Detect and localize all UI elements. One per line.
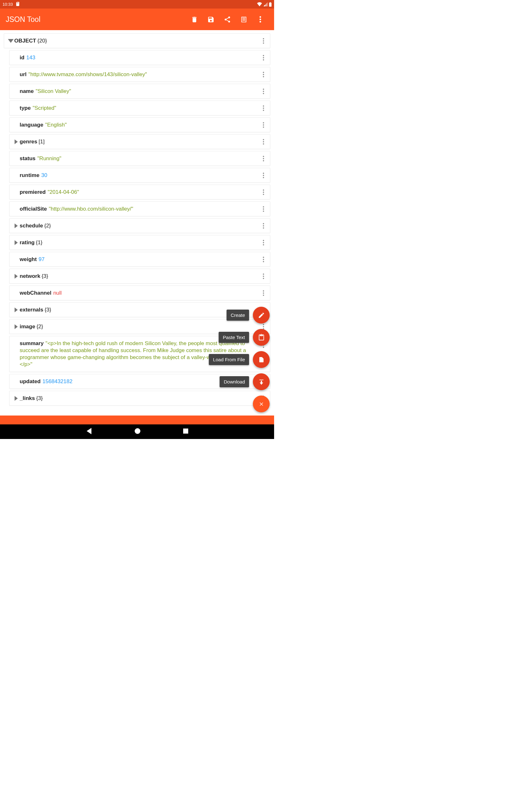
chevron-right-icon: [13, 223, 20, 229]
property-value: "http://www.tvmaze.com/shows/143/silicon…: [29, 71, 147, 78]
share-button[interactable]: [219, 11, 235, 28]
property-key: image: [20, 323, 35, 330]
property-row[interactable]: language"English": [9, 117, 270, 132]
android-nav-bar: [0, 424, 274, 439]
nav-recent-button[interactable]: [183, 428, 188, 435]
svg-point-20: [263, 126, 264, 128]
svg-point-31: [263, 192, 264, 193]
row-menu-button[interactable]: [259, 271, 268, 281]
row-menu-button[interactable]: [259, 36, 268, 46]
chevron-right-icon: [13, 324, 20, 329]
row-menu-button[interactable]: [259, 254, 268, 264]
fab-label-download: Download: [220, 376, 249, 387]
property-row[interactable]: rating{1}: [9, 235, 270, 250]
property-row[interactable]: runtime30: [9, 168, 270, 183]
row-menu-button[interactable]: [259, 103, 268, 113]
delete-button[interactable]: [186, 11, 203, 28]
fab-menu: Create Paste Text Load From File Downloa…: [209, 307, 270, 412]
fab-label-load: Load From File: [209, 354, 249, 365]
svg-point-36: [263, 223, 264, 224]
fab-close-button[interactable]: [253, 396, 270, 412]
document-button[interactable]: [235, 11, 252, 28]
property-key: status: [20, 155, 36, 162]
property-row[interactable]: schedule{2}: [9, 218, 270, 233]
svg-point-5: [263, 42, 264, 44]
fab-label-create: Create: [227, 310, 249, 321]
svg-point-19: [263, 124, 264, 125]
bottom-strip: [0, 415, 274, 424]
svg-point-17: [263, 109, 264, 111]
nav-back-button[interactable]: [86, 428, 92, 436]
property-row[interactable]: name"Silicon Valley": [9, 84, 270, 99]
property-key: url: [20, 71, 26, 78]
row-menu-button[interactable]: [259, 170, 268, 181]
svg-point-14: [263, 93, 264, 94]
svg-point-41: [263, 244, 264, 245]
svg-point-4: [263, 40, 264, 42]
svg-point-48: [263, 290, 264, 292]
row-menu-button[interactable]: [259, 137, 268, 147]
svg-point-34: [263, 208, 264, 210]
property-key: updated: [20, 378, 41, 385]
svg-point-6: [263, 55, 264, 56]
row-menu-button[interactable]: [259, 187, 268, 197]
svg-point-1: [260, 19, 261, 20]
svg-point-2: [260, 21, 261, 22]
svg-point-23: [263, 143, 264, 144]
fab-paste-button[interactable]: [253, 329, 270, 346]
property-key: genres: [20, 139, 38, 145]
property-key: externals: [20, 307, 43, 313]
svg-point-35: [263, 210, 264, 212]
svg-point-24: [263, 156, 264, 157]
svg-point-28: [263, 175, 264, 176]
property-value: "Scripted": [33, 105, 56, 111]
app-bar: JSON Tool: [0, 9, 274, 30]
property-row[interactable]: network{3}: [9, 269, 270, 284]
fab-load-button[interactable]: [253, 351, 270, 368]
row-menu-button[interactable]: [259, 204, 268, 214]
svg-point-7: [263, 57, 264, 58]
property-row[interactable]: premiered"2014-04-06": [9, 185, 270, 200]
svg-point-43: [263, 259, 264, 260]
wifi-icon: [257, 2, 262, 6]
fab-create-button[interactable]: [253, 307, 270, 323]
chevron-right-icon: [13, 307, 20, 312]
fab-download-button[interactable]: [253, 373, 270, 390]
property-row[interactable]: officialSite"http://www.hbo.com/silicon-…: [9, 201, 270, 216]
root-object-row[interactable]: OBJECT {20}: [4, 33, 270, 48]
nav-home-button[interactable]: [135, 428, 140, 435]
property-count: {3}: [45, 307, 51, 313]
property-row[interactable]: genres[1]: [9, 134, 270, 149]
property-row[interactable]: type"Scripted": [9, 101, 270, 115]
svg-point-0: [260, 16, 261, 18]
row-menu-button[interactable]: [259, 221, 268, 231]
property-value: 30: [41, 172, 47, 179]
property-row[interactable]: url"http://www.tvmaze.com/shows/143/sili…: [9, 67, 270, 82]
svg-point-26: [263, 160, 264, 161]
root-label: OBJECT: [14, 38, 36, 44]
fab-label-paste: Paste Text: [219, 332, 249, 343]
svg-point-42: [263, 257, 264, 258]
overflow-button[interactable]: [252, 11, 268, 28]
property-row[interactable]: weight97: [9, 252, 270, 267]
property-count: {3}: [42, 273, 48, 280]
row-menu-button[interactable]: [259, 154, 268, 164]
row-menu-button[interactable]: [259, 238, 268, 248]
property-row[interactable]: webChannelnull: [9, 286, 270, 300]
app-actions: [186, 11, 268, 28]
svg-point-46: [263, 275, 264, 277]
svg-point-13: [263, 91, 264, 92]
svg-point-21: [263, 139, 264, 140]
row-menu-button[interactable]: [259, 86, 268, 96]
property-row[interactable]: id143: [9, 50, 270, 65]
save-button[interactable]: [203, 11, 219, 28]
sd-card-icon: [16, 2, 20, 7]
row-menu-button[interactable]: [259, 69, 268, 80]
row-menu-button[interactable]: [259, 53, 268, 63]
row-menu-button[interactable]: [259, 120, 268, 130]
property-value: null: [53, 290, 61, 296]
row-menu-button[interactable]: [259, 288, 268, 298]
svg-point-25: [263, 158, 264, 159]
property-key: webChannel: [20, 290, 51, 296]
property-row[interactable]: status"Running": [9, 151, 270, 166]
